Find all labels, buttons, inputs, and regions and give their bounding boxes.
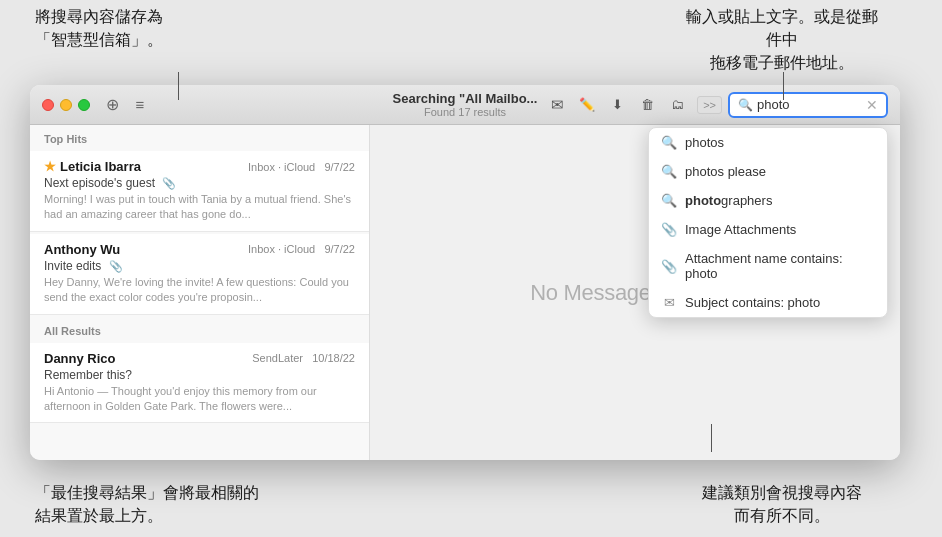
mail-item-header: Danny Rico SendLater 10/18/22 (44, 351, 355, 366)
mail-meta: Inbox · iCloud 9/7/22 (248, 161, 355, 173)
sender-name: ★ Leticia Ibarra (44, 159, 141, 174)
toolbar-right: ✉ ✏️ ⬇ 🗑 🗂 >> 🔍 (523, 91, 888, 119)
section-header-top-hits: Top Hits (30, 125, 369, 149)
mail-date: 10/18/22 (312, 352, 355, 364)
mail-subject: Invite edits 📎 (44, 259, 355, 273)
close-button[interactable] (42, 99, 54, 111)
annotation-top-left: 將搜尋內容儲存為 「智慧型信箱」。 (35, 5, 235, 51)
dropdown-item-photos-please[interactable]: 🔍 photos please (649, 157, 887, 186)
attachment-icon: 📎 (661, 222, 677, 237)
search-icon: 🔍 (738, 98, 753, 112)
search-clear-button[interactable]: ✕ (866, 97, 878, 113)
edit-icon: ✏️ (579, 97, 595, 112)
archive-button[interactable]: ⬇ (603, 91, 631, 119)
trash-button[interactable]: 🗑 (633, 91, 661, 119)
mail-item-danny[interactable]: Danny Rico SendLater 10/18/22 Remember t… (30, 343, 369, 424)
mail-mailbox: Inbox · iCloud (248, 161, 315, 173)
search-dropdown: 🔍 photos 🔍 photos please 🔍 photographers… (648, 127, 888, 318)
window-subtitle: Found 17 results (393, 106, 538, 118)
dropdown-text: Subject contains: photo (685, 295, 875, 310)
search-icon: 🔍 (661, 193, 677, 208)
compose-button[interactable]: ✉ (543, 91, 571, 119)
maximize-button[interactable] (78, 99, 90, 111)
minimize-button[interactable] (60, 99, 72, 111)
dropdown-text: photographers (685, 193, 875, 208)
mail-meta: SendLater 10/18/22 (252, 352, 355, 364)
search-icon: 🔍 (661, 135, 677, 150)
filter-icon: ≡ (136, 96, 145, 113)
edit-button[interactable]: ✏️ (573, 91, 601, 119)
attachment-icon: 📎 (661, 259, 677, 274)
search-input[interactable]: photo (757, 97, 866, 112)
compose-icon: ✉ (551, 96, 564, 114)
mail-date: 9/7/22 (324, 243, 355, 255)
mail-preview: Hi Antonio — Thought you'd enjoy this me… (44, 384, 355, 415)
dropdown-item-subject-contains[interactable]: ✉ Subject contains: photo (649, 288, 887, 317)
dropdown-text: photos please (685, 164, 875, 179)
sender-name: Anthony Wu (44, 242, 120, 257)
search-box[interactable]: 🔍 photo ✕ (728, 92, 888, 118)
mail-date: 9/7/22 (324, 161, 355, 173)
toolbar-icons: ✉ ✏️ ⬇ 🗑 🗂 (543, 91, 691, 119)
move-icon: 🗂 (671, 97, 684, 112)
mail-meta: Inbox · iCloud 9/7/22 (248, 243, 355, 255)
mail-preview: Morning! I was put in touch with Tania b… (44, 192, 355, 223)
title-bar: ⊕ ≡ Searching "All Mailbo... Found 17 re… (30, 85, 900, 125)
attachment-icon: 📎 (162, 177, 176, 189)
trash-icon: 🗑 (641, 97, 654, 112)
star-icon[interactable]: ★ (44, 159, 56, 174)
section-header-all-results: All Results (30, 317, 369, 341)
dropdown-text: Image Attachments (685, 222, 875, 237)
expand-icon: >> (703, 99, 716, 111)
filter-button[interactable]: ≡ (126, 91, 154, 119)
mail-subject: Next episode's guest 📎 (44, 176, 355, 190)
window-title: Searching "All Mailbo... (393, 91, 538, 106)
dropdown-item-photos[interactable]: 🔍 photos (649, 128, 887, 157)
mail-subject: Remember this? (44, 368, 355, 382)
search-icon: 🔍 (661, 164, 677, 179)
mail-mailbox: SendLater (252, 352, 303, 364)
expand-button[interactable]: >> (697, 96, 722, 114)
dropdown-item-attachment-name[interactable]: 📎 Attachment name contains: photo (649, 244, 887, 288)
mail-mailbox: Inbox · iCloud (248, 243, 315, 255)
mail-item-header: ★ Leticia Ibarra Inbox · iCloud 9/7/22 (44, 159, 355, 174)
annotation-bottom-left: 「最佳搜尋結果」會將最相關的 結果置於最上方。 (35, 481, 259, 527)
dropdown-text: photos (685, 135, 875, 150)
highlight-photo: photo (685, 193, 721, 208)
attachment-icon: 📎 (109, 260, 123, 272)
dropdown-text: Attachment name contains: photo (685, 251, 875, 281)
window-title-group: Searching "All Mailbo... Found 17 result… (393, 91, 538, 118)
mail-list: Top Hits ★ Leticia Ibarra Inbox · iCloud… (30, 125, 370, 460)
mail-window: ⊕ ≡ Searching "All Mailbo... Found 17 re… (30, 85, 900, 460)
annotation-bottom-right: 建議類別會視搜尋內容 而有所不同。 (702, 481, 862, 527)
move-button[interactable]: 🗂 (663, 91, 691, 119)
mail-item-leticia[interactable]: ★ Leticia Ibarra Inbox · iCloud 9/7/22 N… (30, 151, 369, 232)
annotation-top-right: 輸入或貼上文字。或是從郵件中 拖移電子郵件地址。 (682, 5, 882, 75)
add-smart-mailbox-button[interactable]: ⊕ (98, 91, 126, 119)
suffix-graphers: graphers (721, 193, 772, 208)
mail-item-anthony[interactable]: Anthony Wu Inbox · iCloud 9/7/22 Invite … (30, 234, 369, 315)
traffic-lights (42, 99, 90, 111)
dropdown-item-photographers[interactable]: 🔍 photographers (649, 186, 887, 215)
sender-name: Danny Rico (44, 351, 116, 366)
mail-item-header: Anthony Wu Inbox · iCloud 9/7/22 (44, 242, 355, 257)
plus-circle-icon: ⊕ (106, 95, 119, 114)
envelope-icon: ✉ (661, 295, 677, 310)
dropdown-item-image-attachments[interactable]: 📎 Image Attachments (649, 215, 887, 244)
mail-preview: Hey Danny, We're loving the invite! A fe… (44, 275, 355, 306)
archive-icon: ⬇ (612, 97, 623, 112)
